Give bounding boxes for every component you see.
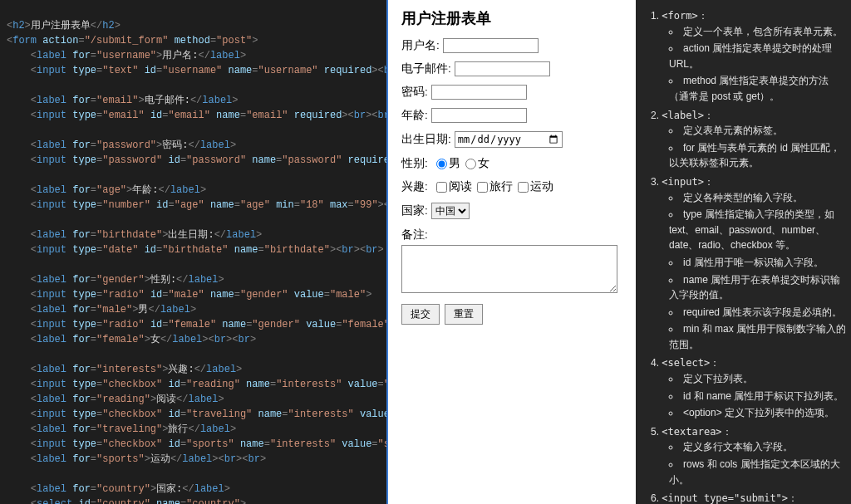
interest-traveling-label: 旅行 bbox=[489, 179, 513, 194]
comments-textarea[interactable] bbox=[401, 245, 617, 293]
age-input[interactable] bbox=[431, 108, 527, 123]
doc-item-input: <input>： 定义各种类型的输入字段。 type 属性指定输入字段的类型，如… bbox=[651, 174, 848, 353]
doc-item-form-head: <form>： bbox=[662, 10, 707, 22]
gender-male-radio[interactable] bbox=[436, 159, 447, 169]
gender-label: 性别: bbox=[401, 156, 428, 171]
preview-panel: 用户注册表单 用户名: 电子邮件: 密码: 年龄: 出生日期: 性别: 男 女 … bbox=[386, 0, 636, 504]
doc-item-label-head: <label>： bbox=[662, 110, 714, 121]
code-editor-panel: <h2>用户注册表单</h2> <form action="/submit_fo… bbox=[0, 0, 386, 504]
doc-item-input-head: <input>： bbox=[662, 176, 714, 188]
interest-reading-label: 阅读 bbox=[449, 179, 472, 194]
interest-reading-checkbox[interactable] bbox=[436, 182, 447, 193]
country-select[interactable]: 中国 bbox=[431, 203, 470, 219]
email-label: 电子邮件: bbox=[401, 61, 451, 76]
gender-female-radio[interactable] bbox=[465, 159, 476, 169]
doc-item-textarea: <textarea>： 定义多行文本输入字段。 rows 和 cols 属性指定… bbox=[651, 424, 848, 487]
gender-female-label: 女 bbox=[478, 156, 489, 171]
interest-traveling-checkbox[interactable] bbox=[477, 182, 488, 193]
username-input[interactable] bbox=[443, 38, 539, 53]
doc-item-form: <form>： 定义一个表单，包含所有表单元素。 action 属性指定表单提交… bbox=[651, 8, 848, 105]
form-title: 用户注册表单 bbox=[401, 8, 622, 28]
reset-button[interactable] bbox=[445, 304, 483, 325]
interest-sports-label: 运动 bbox=[530, 179, 553, 194]
doc-item-submit: <input type="submit">： 定义提交按钮，用于提交表单数据。 bbox=[651, 491, 848, 504]
age-label: 年龄: bbox=[401, 108, 428, 123]
interest-sports-checkbox[interactable] bbox=[518, 182, 529, 193]
comments-label: 备注: bbox=[401, 228, 428, 241]
gender-male-label: 男 bbox=[449, 156, 460, 171]
birthdate-label: 出生日期: bbox=[401, 132, 451, 147]
password-label: 密码: bbox=[401, 85, 428, 100]
doc-item-label: <label>： 定义表单元素的标签。 for 属性与表单元素的 id 属性匹配… bbox=[651, 108, 848, 171]
country-label: 国家: bbox=[401, 203, 428, 218]
explanation-panel: <form>： 定义一个表单，包含所有表单元素。 action 属性指定表单提交… bbox=[636, 0, 851, 504]
password-input[interactable] bbox=[431, 85, 527, 100]
doc-item-select: <select>： 定义下拉列表。 id 和 name 属性用于标识下拉列表。 … bbox=[651, 355, 848, 420]
doc-item-submit-head: <input type="submit">： bbox=[662, 492, 798, 504]
email-input[interactable] bbox=[455, 61, 550, 76]
submit-button[interactable] bbox=[401, 304, 440, 325]
doc-item-select-head: <select>： bbox=[662, 357, 720, 369]
username-label: 用户名: bbox=[401, 38, 440, 53]
doc-item-textarea-head: <textarea>： bbox=[662, 426, 731, 438]
birthdate-input[interactable] bbox=[455, 131, 563, 148]
interests-label: 兴趣: bbox=[401, 179, 428, 194]
